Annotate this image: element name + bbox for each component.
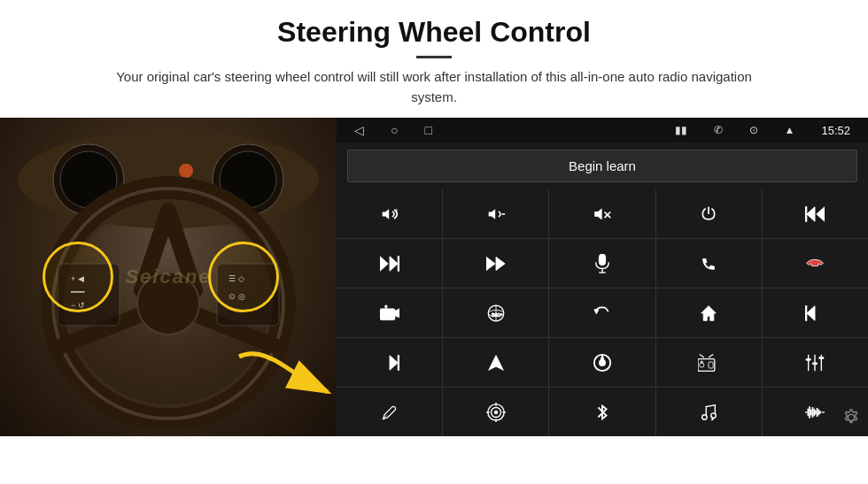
svg-marker-52 bbox=[807, 305, 815, 320]
svg-marker-43 bbox=[395, 308, 399, 317]
radio-button[interactable] bbox=[656, 338, 762, 387]
mute-button[interactable] bbox=[549, 189, 655, 238]
controls-grid: + bbox=[337, 189, 868, 436]
svg-marker-27 bbox=[595, 209, 602, 219]
svg-point-80 bbox=[702, 414, 708, 419]
svg-rect-71 bbox=[819, 357, 825, 358]
target-button[interactable] bbox=[443, 388, 548, 436]
svg-rect-32 bbox=[805, 206, 807, 221]
svg-marker-22 bbox=[382, 209, 389, 219]
svg-marker-56 bbox=[488, 355, 503, 370]
signal-icon: ▮▮ bbox=[675, 124, 687, 136]
highlight-circle-right bbox=[208, 242, 279, 312]
location-status-icon: ⊙ bbox=[749, 124, 758, 136]
svg-rect-39 bbox=[599, 254, 605, 265]
watermark: Seicane bbox=[125, 265, 211, 288]
svg-text:360°: 360° bbox=[492, 311, 503, 317]
highlight-circle-left bbox=[43, 242, 113, 312]
music-button[interactable]: ♪ bbox=[656, 388, 762, 436]
svg-rect-35 bbox=[398, 256, 399, 271]
left-panel: + ◀ ━━━ − ↺ ☰ ◇ ⊙ ◎ bbox=[0, 118, 337, 436]
page-wrapper: Steering Wheel Control Your original car… bbox=[0, 0, 868, 436]
call-prev-button[interactable] bbox=[763, 189, 868, 238]
svg-point-62 bbox=[700, 363, 704, 367]
svg-rect-63 bbox=[701, 361, 703, 363]
right-panel: ◁ ○ □ ▮▮ ✆ ⊙ ▲ 15:52 Begin learn bbox=[337, 118, 868, 436]
svg-marker-33 bbox=[380, 256, 388, 271]
title-divider bbox=[416, 56, 452, 58]
nav-bar: ◁ ○ □ ▮▮ ✆ ⊙ ▲ 15:52 bbox=[337, 118, 868, 142]
svg-text:♪: ♪ bbox=[711, 415, 714, 421]
svg-marker-34 bbox=[390, 256, 398, 271]
vol-down-button[interactable] bbox=[443, 189, 548, 238]
svg-marker-30 bbox=[817, 206, 825, 221]
svg-marker-54 bbox=[390, 355, 398, 370]
bluetooth-button[interactable] bbox=[549, 388, 655, 436]
recents-nav-icon[interactable]: □ bbox=[424, 123, 431, 137]
wifi-status-icon: ▲ bbox=[785, 124, 795, 136]
360-button[interactable]: 360° bbox=[443, 288, 548, 337]
home-icon-button[interactable] bbox=[656, 288, 762, 337]
fast-forward-button[interactable] bbox=[443, 239, 548, 288]
hang-up-button[interactable] bbox=[763, 239, 868, 288]
back-nav-icon[interactable]: ◁ bbox=[354, 123, 364, 137]
begin-learn-button[interactable]: Begin learn bbox=[347, 150, 857, 182]
content-row: + ◀ ━━━ − ↺ ☰ ◇ ⊙ ◎ bbox=[0, 118, 868, 436]
svg-line-65 bbox=[709, 354, 713, 357]
svg-marker-50 bbox=[594, 309, 599, 313]
camera-button[interactable] bbox=[337, 288, 442, 337]
svg-rect-60 bbox=[698, 358, 715, 371]
svg-marker-51 bbox=[701, 305, 717, 320]
svg-marker-37 bbox=[496, 257, 505, 270]
svg-line-64 bbox=[700, 354, 704, 357]
svg-point-58 bbox=[599, 359, 605, 365]
svg-rect-70 bbox=[813, 363, 818, 365]
equalizer-button[interactable] bbox=[763, 338, 868, 387]
steering-wheel-image: + ◀ ━━━ − ↺ ☰ ◇ ⊙ ◎ bbox=[0, 118, 337, 436]
svg-rect-55 bbox=[398, 355, 399, 370]
svg-point-5 bbox=[179, 164, 193, 178]
subtitle: Your original car's steering wheel contr… bbox=[97, 67, 771, 107]
phone-status-icon: ✆ bbox=[714, 124, 723, 136]
skip-forward-button[interactable] bbox=[337, 338, 442, 387]
mic-button[interactable] bbox=[549, 239, 655, 288]
pen-button[interactable] bbox=[337, 388, 442, 436]
svg-rect-42 bbox=[380, 308, 395, 319]
vol-up-button[interactable]: + bbox=[337, 189, 442, 238]
home-nav-icon[interactable]: ○ bbox=[391, 123, 398, 137]
svg-rect-69 bbox=[806, 358, 811, 360]
navigate-button[interactable] bbox=[443, 338, 548, 387]
header-section: Steering Wheel Control Your original car… bbox=[0, 0, 868, 118]
svg-text:+: + bbox=[394, 206, 398, 212]
power-button[interactable] bbox=[656, 189, 762, 238]
svg-rect-61 bbox=[709, 362, 713, 368]
yellow-arrow bbox=[230, 339, 337, 410]
svg-point-75 bbox=[494, 411, 498, 414]
svg-rect-53 bbox=[805, 305, 807, 320]
svg-marker-25 bbox=[488, 209, 495, 219]
page-title: Steering Wheel Control bbox=[53, 16, 815, 49]
skip-back-button[interactable] bbox=[763, 288, 868, 337]
undo-button[interactable] bbox=[549, 288, 655, 337]
time-display: 15:52 bbox=[821, 124, 850, 137]
begin-learn-row: Begin learn bbox=[337, 142, 868, 189]
source-button[interactable] bbox=[549, 338, 655, 387]
svg-marker-31 bbox=[807, 206, 815, 221]
next-button[interactable] bbox=[337, 239, 442, 288]
settings-gear-icon[interactable] bbox=[841, 408, 861, 427]
phone-button[interactable] bbox=[656, 239, 762, 288]
